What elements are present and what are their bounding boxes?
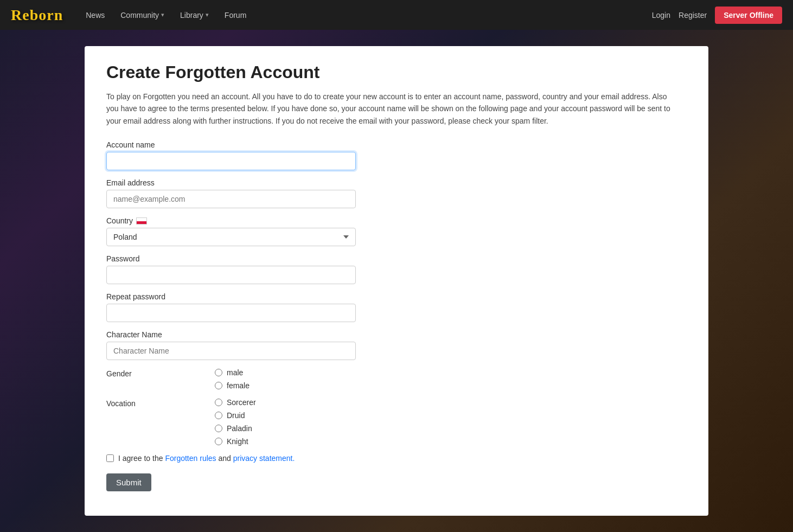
register-link[interactable]: Register bbox=[679, 11, 707, 20]
email-input[interactable] bbox=[106, 190, 356, 208]
agree-row: I agree to the Forgotten rules and priva… bbox=[106, 454, 687, 463]
password-group: Password bbox=[106, 254, 687, 284]
nav-news[interactable]: News bbox=[79, 7, 111, 24]
logo[interactable]: Reborn bbox=[11, 7, 63, 24]
vocation-options: Sorcerer Druid Paladin Knight bbox=[215, 398, 256, 446]
vocation-label: Vocation bbox=[106, 398, 204, 408]
character-name-input[interactable] bbox=[106, 342, 356, 360]
vocation-paladin-label: Paladin bbox=[227, 424, 252, 433]
country-select[interactable]: Poland United States Germany France Unit… bbox=[106, 228, 356, 246]
account-name-group: Account name bbox=[106, 140, 687, 170]
poland-flag-icon bbox=[136, 217, 147, 225]
vocation-knight-label: Knight bbox=[227, 437, 248, 446]
submit-button[interactable]: Submit bbox=[106, 473, 151, 491]
nav-library[interactable]: Library ▾ bbox=[174, 7, 215, 24]
nav-links: News Community ▾ Library ▾ Forum bbox=[79, 7, 652, 24]
gender-female-radio[interactable] bbox=[215, 382, 222, 389]
login-link[interactable]: Login bbox=[652, 11, 670, 20]
vocation-group: Vocation Sorcerer Druid Paladin bbox=[106, 398, 687, 446]
vocation-druid-label: Druid bbox=[227, 411, 245, 420]
gender-female-label: female bbox=[227, 381, 250, 390]
page-title: Create Forgotten Account bbox=[106, 62, 687, 82]
character-name-label: Character Name bbox=[106, 330, 687, 339]
privacy-statement-link[interactable]: privacy statement. bbox=[233, 454, 295, 463]
form-card: Create Forgotten Account To play on Forg… bbox=[85, 46, 708, 516]
vocation-druid-option[interactable]: Druid bbox=[215, 411, 256, 420]
gender-label: Gender bbox=[106, 368, 204, 378]
country-label: Country bbox=[106, 216, 687, 225]
gender-options: male female bbox=[215, 368, 250, 390]
vocation-sorcerer-label: Sorcerer bbox=[227, 398, 256, 407]
gender-male-label: male bbox=[227, 368, 243, 377]
agree-checkbox[interactable] bbox=[106, 454, 114, 462]
nav-community[interactable]: Community ▾ bbox=[114, 7, 171, 24]
library-chevron-icon: ▾ bbox=[206, 11, 209, 18]
gender-male-radio[interactable] bbox=[215, 369, 222, 376]
page-description: To play on Forgotten you need an account… bbox=[106, 91, 676, 127]
vocation-sorcerer-option[interactable]: Sorcerer bbox=[215, 398, 256, 407]
password-input[interactable] bbox=[106, 266, 356, 284]
nav-forum[interactable]: Forum bbox=[218, 7, 253, 24]
registration-form: Account name Email address Country Polan… bbox=[106, 140, 687, 491]
server-status-button[interactable]: Server Offline bbox=[715, 7, 782, 24]
repeat-password-input[interactable] bbox=[106, 304, 356, 322]
account-name-label: Account name bbox=[106, 140, 687, 149]
email-label: Email address bbox=[106, 178, 687, 187]
gender-male-option[interactable]: male bbox=[215, 368, 250, 377]
vocation-knight-radio[interactable] bbox=[215, 438, 222, 445]
email-group: Email address bbox=[106, 178, 687, 208]
forgotten-rules-link[interactable]: Forgotten rules bbox=[165, 454, 216, 463]
vocation-paladin-option[interactable]: Paladin bbox=[215, 424, 256, 433]
password-label: Password bbox=[106, 254, 687, 263]
country-group: Country Poland United States Germany Fra… bbox=[106, 216, 687, 246]
character-name-group: Character Name bbox=[106, 330, 687, 360]
page-wrapper: Create Forgotten Account To play on Forg… bbox=[0, 30, 793, 532]
account-name-input[interactable] bbox=[106, 152, 356, 170]
vocation-sorcerer-radio[interactable] bbox=[215, 399, 222, 406]
gender-female-option[interactable]: female bbox=[215, 381, 250, 390]
vocation-paladin-radio[interactable] bbox=[215, 425, 222, 432]
vocation-knight-option[interactable]: Knight bbox=[215, 437, 256, 446]
community-chevron-icon: ▾ bbox=[161, 11, 164, 18]
gender-group: Gender male female bbox=[106, 368, 687, 390]
repeat-password-group: Repeat password bbox=[106, 292, 687, 322]
nav-right: Login Register Server Offline bbox=[652, 7, 782, 24]
vocation-druid-radio[interactable] bbox=[215, 412, 222, 419]
agree-text: I agree to the Forgotten rules and priva… bbox=[118, 454, 295, 463]
navbar: Reborn News Community ▾ Library ▾ Forum … bbox=[0, 0, 793, 30]
repeat-password-label: Repeat password bbox=[106, 292, 687, 301]
